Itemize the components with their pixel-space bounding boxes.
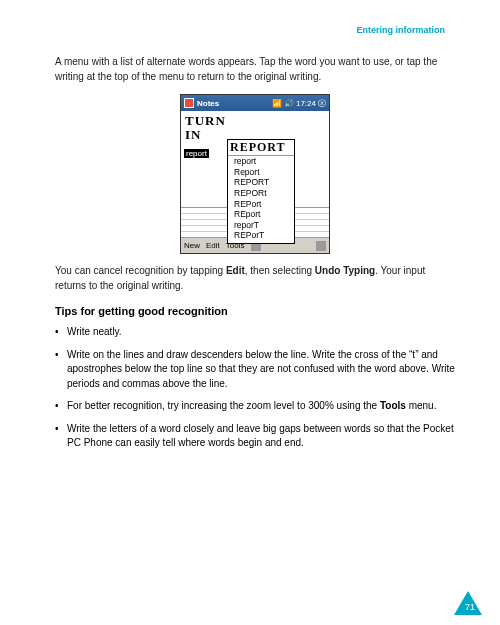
menu-new: New xyxy=(184,241,200,250)
popup-item: report xyxy=(228,156,294,167)
tips-heading: Tips for getting good recognition xyxy=(55,305,455,317)
ok-icon: ⓧ xyxy=(318,98,326,109)
pda-status-icons: 📶 🔊 17:24 ⓧ xyxy=(272,98,326,109)
tip-item: For better recognition, try increasing t… xyxy=(55,399,455,414)
pda-frame: Notes 📶 🔊 17:24 ⓧ TURN IN report REPORT … xyxy=(180,94,330,254)
tips-list: Write neatly. Write on the lines and dra… xyxy=(55,325,455,451)
pda-app-title: Notes xyxy=(197,99,269,108)
tip-item: Write on the lines and draw descenders b… xyxy=(55,348,455,392)
popup-item: REPorT xyxy=(228,230,294,241)
pda-titlebar: Notes 📶 🔊 17:24 ⓧ xyxy=(181,95,329,111)
cancel-paragraph: You can cancel recognition by tapping Ed… xyxy=(55,264,455,293)
intro-paragraph: A menu with a list of alternate words ap… xyxy=(55,55,455,84)
popup-item: REPort xyxy=(228,199,294,210)
page-number: 71 xyxy=(465,602,475,612)
pda-writing-area: TURN IN report REPORT report Report REPO… xyxy=(181,111,329,207)
popup-item: REPORt xyxy=(228,188,294,199)
start-icon xyxy=(184,98,194,108)
alternates-popup: REPORT report Report REPORT REPORt REPor… xyxy=(227,139,295,244)
pda-screenshot: Notes 📶 🔊 17:24 ⓧ TURN IN report REPORT … xyxy=(55,94,455,254)
speaker-icon: 🔊 xyxy=(284,99,294,108)
tip-item: Write the letters of a word closely and … xyxy=(55,422,455,451)
popup-handwriting: REPORT xyxy=(228,140,294,156)
menu-edit: Edit xyxy=(206,241,220,250)
selected-word: report xyxy=(184,149,209,158)
popup-item: reporT xyxy=(228,220,294,231)
popup-item: REPORT xyxy=(228,177,294,188)
sip-icon xyxy=(316,241,326,251)
pda-clock: 17:24 xyxy=(296,99,316,108)
popup-item: REport xyxy=(228,209,294,220)
tip-item: Write neatly. xyxy=(55,325,455,340)
header-section-link: Entering information xyxy=(55,25,445,35)
popup-item: Report xyxy=(228,167,294,178)
signal-icon: 📶 xyxy=(272,99,282,108)
